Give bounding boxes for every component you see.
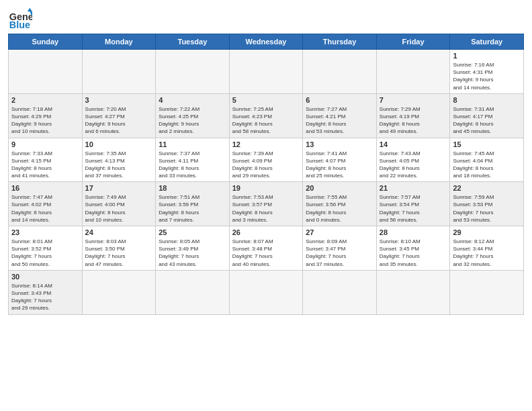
calendar-week-6: 30Sunrise: 8:14 AM Sunset: 3:43 PM Dayli… (9, 270, 524, 314)
calendar-day: 1Sunrise: 7:16 AM Sunset: 4:31 PM Daylig… (450, 50, 524, 94)
day-info: Sunrise: 7:47 AM Sunset: 4:02 PM Dayligh… (11, 193, 79, 224)
day-info: Sunrise: 7:16 AM Sunset: 4:31 PM Dayligh… (453, 61, 521, 91)
day-info: Sunrise: 7:43 AM Sunset: 4:05 PM Dayligh… (380, 150, 447, 180)
calendar-day: 4Sunrise: 7:22 AM Sunset: 4:25 PM Daylig… (156, 93, 230, 138)
day-info: Sunrise: 7:41 AM Sunset: 4:07 PM Dayligh… (306, 150, 373, 180)
day-info: Sunrise: 8:07 AM Sunset: 3:48 PM Dayligh… (232, 238, 300, 268)
calendar-week-2: 2Sunrise: 7:18 AM Sunset: 4:29 PM Daylig… (9, 93, 524, 138)
day-number: 30 (11, 273, 79, 281)
calendar-day: 18Sunrise: 7:51 AM Sunset: 3:59 PM Dayli… (156, 182, 230, 226)
day-header-sunday: Sunday (9, 34, 83, 50)
calendar-day: 5Sunrise: 7:25 AM Sunset: 4:23 PM Daylig… (229, 93, 303, 138)
day-info: Sunrise: 8:01 AM Sunset: 3:52 PM Dayligh… (11, 238, 79, 268)
calendar-week-4: 16Sunrise: 7:47 AM Sunset: 4:02 PM Dayli… (9, 182, 524, 226)
calendar-body: 1Sunrise: 7:16 AM Sunset: 4:31 PM Daylig… (9, 50, 524, 315)
day-number: 13 (306, 140, 373, 148)
day-info: Sunrise: 7:45 AM Sunset: 4:04 PM Dayligh… (453, 150, 521, 180)
day-info: Sunrise: 8:03 AM Sunset: 3:50 PM Dayligh… (85, 238, 153, 268)
calendar-day: 10Sunrise: 7:35 AM Sunset: 4:13 PM Dayli… (82, 138, 156, 182)
calendar-day (229, 50, 303, 94)
day-header-saturday: Saturday (450, 34, 524, 50)
calendar-day: 14Sunrise: 7:43 AM Sunset: 4:05 PM Dayli… (376, 138, 450, 182)
day-number: 22 (453, 184, 521, 192)
calendar-day: 24Sunrise: 8:03 AM Sunset: 3:50 PM Dayli… (82, 226, 156, 271)
day-info: Sunrise: 7:27 AM Sunset: 4:21 PM Dayligh… (306, 105, 373, 136)
calendar-day (82, 270, 156, 314)
day-number: 28 (380, 228, 447, 236)
calendar-day: 23Sunrise: 8:01 AM Sunset: 3:52 PM Dayli… (9, 226, 83, 271)
calendar-day: 30Sunrise: 8:14 AM Sunset: 3:43 PM Dayli… (9, 270, 83, 314)
day-info: Sunrise: 8:05 AM Sunset: 3:49 PM Dayligh… (159, 238, 226, 268)
calendar-day: 25Sunrise: 8:05 AM Sunset: 3:49 PM Dayli… (156, 226, 230, 271)
calendar-week-1: 1Sunrise: 7:16 AM Sunset: 4:31 PM Daylig… (9, 50, 524, 94)
calendar-day: 26Sunrise: 8:07 AM Sunset: 3:48 PM Dayli… (229, 226, 303, 271)
day-number: 7 (380, 96, 447, 104)
calendar-day: 12Sunrise: 7:39 AM Sunset: 4:09 PM Dayli… (229, 138, 303, 182)
calendar-day: 2Sunrise: 7:18 AM Sunset: 4:29 PM Daylig… (9, 93, 83, 138)
calendar-day: 3Sunrise: 7:20 AM Sunset: 4:27 PM Daylig… (82, 93, 156, 138)
calendar-day: 29Sunrise: 8:12 AM Sunset: 3:44 PM Dayli… (450, 226, 524, 271)
day-number: 8 (453, 96, 521, 104)
calendar-day (376, 270, 450, 314)
calendar-day (82, 50, 156, 94)
day-number: 12 (232, 140, 300, 148)
day-number: 18 (159, 184, 226, 192)
day-info: Sunrise: 7:35 AM Sunset: 4:13 PM Dayligh… (85, 150, 153, 180)
day-number: 3 (85, 96, 153, 104)
day-number: 15 (453, 140, 521, 148)
calendar-day: 19Sunrise: 7:53 AM Sunset: 3:57 PM Dayli… (229, 182, 303, 226)
day-number: 4 (159, 96, 226, 104)
day-info: Sunrise: 7:59 AM Sunset: 3:53 PM Dayligh… (453, 193, 521, 224)
calendar-header: SundayMondayTuesdayWednesdayThursdayFrid… (9, 34, 524, 50)
day-info: Sunrise: 8:14 AM Sunset: 3:43 PM Dayligh… (11, 282, 79, 312)
calendar-day: 21Sunrise: 7:57 AM Sunset: 3:54 PM Dayli… (376, 182, 450, 226)
svg-marker-2 (28, 8, 32, 11)
day-number: 5 (232, 96, 300, 104)
calendar-day: 6Sunrise: 7:27 AM Sunset: 4:21 PM Daylig… (303, 93, 377, 138)
day-number: 24 (85, 228, 153, 236)
day-info: Sunrise: 7:33 AM Sunset: 4:15 PM Dayligh… (11, 150, 79, 180)
day-number: 16 (11, 184, 79, 192)
day-number: 2 (11, 96, 79, 104)
calendar: SundayMondayTuesdayWednesdayThursdayFrid… (8, 34, 524, 315)
day-number: 27 (306, 228, 373, 236)
calendar-day (303, 50, 377, 94)
calendar-day: 27Sunrise: 8:09 AM Sunset: 3:47 PM Dayli… (303, 226, 377, 271)
day-number: 20 (306, 184, 373, 192)
day-number: 11 (159, 140, 226, 148)
svg-text:Blue: Blue (9, 19, 30, 30)
calendar-day: 20Sunrise: 7:55 AM Sunset: 3:56 PM Dayli… (303, 182, 377, 226)
day-number: 14 (380, 140, 447, 148)
logo: General Blue (8, 7, 32, 31)
calendar-day: 11Sunrise: 7:37 AM Sunset: 4:11 PM Dayli… (156, 138, 230, 182)
day-header-monday: Monday (82, 34, 156, 50)
day-info: Sunrise: 8:12 AM Sunset: 3:44 PM Dayligh… (453, 238, 521, 268)
calendar-day (156, 270, 230, 314)
day-info: Sunrise: 7:49 AM Sunset: 4:00 PM Dayligh… (85, 193, 153, 224)
calendar-day: 13Sunrise: 7:41 AM Sunset: 4:07 PM Dayli… (303, 138, 377, 182)
day-info: Sunrise: 8:09 AM Sunset: 3:47 PM Dayligh… (306, 238, 373, 268)
day-header-thursday: Thursday (303, 34, 377, 50)
calendar-day: 15Sunrise: 7:45 AM Sunset: 4:04 PM Dayli… (450, 138, 524, 182)
day-number: 6 (306, 96, 373, 104)
day-info: Sunrise: 8:10 AM Sunset: 3:45 PM Dayligh… (380, 238, 447, 268)
day-info: Sunrise: 7:31 AM Sunset: 4:17 PM Dayligh… (453, 105, 521, 136)
day-number: 26 (232, 228, 300, 236)
calendar-day (156, 50, 230, 94)
day-header-tuesday: Tuesday (156, 34, 230, 50)
day-info: Sunrise: 7:22 AM Sunset: 4:25 PM Dayligh… (159, 105, 226, 136)
calendar-day (303, 270, 377, 314)
day-number: 23 (11, 228, 79, 236)
day-info: Sunrise: 7:37 AM Sunset: 4:11 PM Dayligh… (159, 150, 226, 180)
calendar-week-5: 23Sunrise: 8:01 AM Sunset: 3:52 PM Dayli… (9, 226, 524, 271)
calendar-day: 9Sunrise: 7:33 AM Sunset: 4:15 PM Daylig… (9, 138, 83, 182)
day-info: Sunrise: 7:39 AM Sunset: 4:09 PM Dayligh… (232, 150, 300, 180)
day-number: 1 (453, 52, 521, 60)
header: General Blue (8, 7, 524, 31)
page: General Blue SundayMondayTuesdayWednesda… (0, 0, 532, 411)
calendar-day (9, 50, 83, 94)
day-number: 17 (85, 184, 153, 192)
days-of-week-row: SundayMondayTuesdayWednesdayThursdayFrid… (9, 34, 524, 50)
day-number: 9 (11, 140, 79, 148)
day-header-friday: Friday (376, 34, 450, 50)
